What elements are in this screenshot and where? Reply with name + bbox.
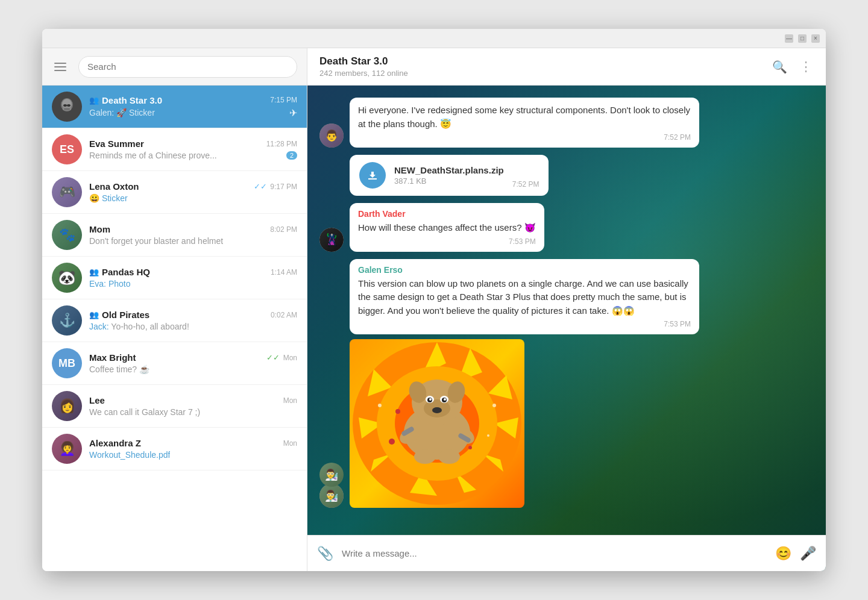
sticker-image: [350, 339, 524, 508]
minimize-button[interactable]: —: [785, 34, 793, 43]
more-options-button[interactable]: ⋮: [799, 59, 814, 75]
message-text: How will these changes affect the users?…: [358, 221, 536, 235]
chat-preview: Eva: Photo: [89, 279, 131, 289]
unread-badge: 2: [286, 151, 297, 160]
chat-preview-row: Coffee time? ☕: [89, 364, 297, 374]
chat-preview-row: Don't forget your blaster and helmet: [89, 236, 297, 246]
download-button[interactable]: [359, 162, 386, 189]
message-bubble: Hi everyone. I've redesigned some key st…: [350, 98, 699, 148]
avatar: 🎮: [52, 177, 82, 207]
chat-name-row: 👥 Old Pirates 0:02 AM: [89, 310, 297, 320]
search-button[interactable]: 🔍: [772, 60, 787, 74]
message-row: 👨 Hi everyone. I've redesigned some key …: [319, 98, 814, 148]
avatar: ⚓: [52, 305, 82, 336]
svg-point-23: [432, 407, 442, 413]
chat-info: Alexandra Z Mon Workout_Shedule.pdf: [89, 438, 297, 460]
avatar: [52, 92, 82, 122]
chat-item-old-pirates[interactable]: ⚓ 👥 Old Pirates 0:02 AM Jack: Y: [42, 299, 307, 342]
message-avatar: 🦹: [319, 228, 344, 252]
chat-preview: Galen: 🚀 Sticker: [89, 108, 155, 117]
message-input[interactable]: [342, 548, 767, 558]
message-time: 7:53 PM: [358, 320, 691, 328]
group-icon: 👥: [89, 310, 99, 319]
chat-info: 👥 Old Pirates 0:02 AM Jack: Yo-ho-ho, al…: [89, 310, 297, 331]
sender-name: Darth Vader: [358, 209, 536, 219]
messages-area: 👨 Hi everyone. I've redesigned some key …: [307, 86, 826, 535]
chat-info: 👥 Death Star 3.0 7:15 PM Galen: 🚀 Sticke…: [89, 95, 297, 119]
avatar: 🐼: [52, 263, 82, 293]
message-input-area: 📎 😊 🎤: [307, 535, 826, 571]
chat-name-row: Alexandra Z Mon: [89, 438, 297, 448]
message-time: 7:52 PM: [512, 180, 539, 189]
svg-point-4: [63, 104, 67, 107]
message-time: 7:53 PM: [358, 237, 536, 246]
svg-point-37: [438, 449, 460, 464]
chat-info: Eva Summer 11:28 PM Reminds me of a Chin…: [89, 139, 297, 160]
maximize-button[interactable]: □: [798, 34, 807, 43]
chat-preview-row: 😀 Sticker: [89, 193, 297, 203]
sender-name: Galen Erso: [358, 265, 691, 275]
svg-rect-6: [368, 178, 377, 180]
attach-button[interactable]: 📎: [317, 546, 333, 561]
search-input[interactable]: [87, 61, 288, 72]
galen-messages: Galen Erso This version can blow up two …: [350, 259, 699, 508]
message-row-darth: 🦹 Darth Vader How will these changes aff…: [319, 203, 814, 252]
chat-item-death-star[interactable]: 👥 Death Star 3.0 7:15 PM Galen: 🚀 Sticke…: [42, 86, 307, 128]
chat-name: Max Bright: [89, 352, 136, 363]
chat-preview-row: Eva: Photo: [89, 279, 297, 289]
chat-time: 11:28 PM: [266, 140, 297, 148]
search-box: [78, 56, 297, 78]
avatar: 👩: [52, 391, 82, 421]
avatar: ES: [52, 134, 82, 164]
read-check-icon: ✓✓: [266, 353, 280, 362]
chat-name: Lee: [89, 395, 105, 405]
chat-name: Lena Oxton: [89, 181, 139, 192]
file-size: 387.1 KB: [394, 177, 504, 186]
avatar: 🐾: [52, 220, 82, 250]
chat-area: Death Star 3.0 242 members, 112 online 🔍…: [307, 48, 826, 571]
svg-point-41: [378, 404, 382, 407]
svg-point-29: [444, 398, 446, 401]
chat-header-actions: 🔍 ⋮: [772, 59, 814, 75]
chat-time: 1:14 AM: [271, 268, 297, 277]
message-avatar: 👨‍🔬: [319, 484, 344, 508]
chat-info: 👥 Pandas HQ 1:14 AM Eva: Photo: [89, 267, 297, 289]
message-time: 7:52 PM: [358, 133, 691, 142]
group-icon: 👥: [89, 96, 99, 105]
chat-item-alexandra-z[interactable]: 👩‍🦱 Alexandra Z Mon Workout_Shedule.pdf: [42, 428, 307, 470]
chat-name-row: 👥 Pandas HQ 1:14 AM: [89, 267, 297, 277]
app-window: — □ ×: [42, 29, 826, 571]
hamburger-menu-button[interactable]: [52, 60, 69, 73]
emoji-button[interactable]: 😊: [775, 546, 791, 561]
chat-item-lena-oxton[interactable]: 🎮 Lena Oxton ✓✓ 9:17 PM: [42, 171, 307, 214]
close-button[interactable]: ×: [811, 34, 820, 43]
chat-item-pandas-hq[interactable]: 🐼 👥 Pandas HQ 1:14 AM Eva: Photo: [42, 257, 307, 299]
chat-item-lee[interactable]: 👩 Lee Mon We can call it Galaxy Star 7 ;…: [42, 385, 307, 428]
chat-info: Max Bright ✓✓ Mon Coffee time? ☕: [89, 352, 297, 374]
chat-header-info: Death Star 3.0 242 members, 112 online: [319, 55, 408, 78]
title-bar: — □ ×: [42, 29, 826, 48]
chat-item-eva-summer[interactable]: ES Eva Summer 11:28 PM Reminds me of a C…: [42, 128, 307, 171]
chat-time: Mon: [283, 396, 297, 405]
microphone-button[interactable]: 🎤: [800, 546, 816, 561]
svg-point-43: [487, 434, 489, 437]
chat-name-row: Max Bright ✓✓ Mon: [89, 352, 297, 363]
chat-name: Eva Summer: [89, 139, 144, 149]
chat-preview: Workout_Shedule.pdf: [89, 450, 170, 460]
chat-item-max-bright[interactable]: MB Max Bright ✓✓ Mon Coffee time? ☕: [42, 342, 307, 385]
chat-title: Death Star 3.0: [319, 55, 408, 67]
chat-time: 8:02 PM: [270, 225, 297, 234]
svg-point-5: [67, 104, 71, 107]
group-icon: 👥: [89, 267, 99, 277]
chat-preview-row: Reminds me of a Chinese prove... 2: [89, 151, 297, 160]
chat-time: Mon: [283, 439, 297, 448]
chat-subtitle: 242 members, 112 online: [319, 69, 408, 78]
svg-point-36: [414, 449, 436, 464]
message-avatar: 👨: [319, 123, 344, 148]
message-bubble: Galen Erso This version can blow up two …: [350, 259, 699, 335]
chat-item-mom[interactable]: 🐾 Mom 8:02 PM Don't forget your blaster …: [42, 214, 307, 257]
send-arrow-icon: ✈: [289, 107, 297, 119]
bottom-avatar: 👨‍🔬: [319, 463, 344, 487]
file-message-bubble: NEW_DeathStar.plans.zip 387.1 KB 7:52 PM: [350, 155, 549, 196]
chat-preview: Reminds me of a Chinese prove...: [89, 151, 217, 160]
